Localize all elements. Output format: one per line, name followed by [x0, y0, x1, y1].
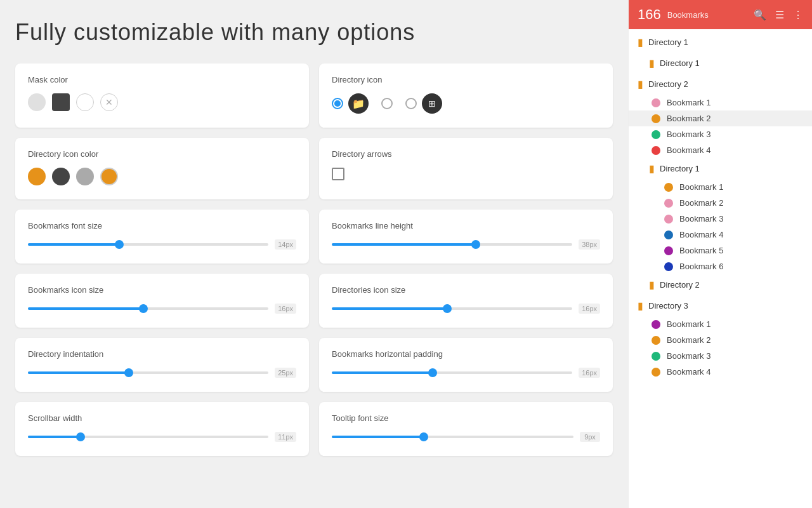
- list-item[interactable]: Bookmark 5: [629, 243, 812, 258]
- bookmarks-font-size-track[interactable]: [28, 243, 268, 246]
- icon-option-folder[interactable]: 📁: [332, 93, 369, 114]
- list-item[interactable]: ▮ Directory 2: [629, 274, 812, 295]
- bookmarks-font-size-thumb[interactable]: [115, 240, 124, 249]
- list-item[interactable]: ▮ Directory 1: [629, 53, 812, 74]
- list-item[interactable]: ▮ Directory 1: [629, 158, 812, 179]
- bookmark-label: Bookmark 4: [679, 230, 723, 239]
- dir-label: Directory 2: [660, 280, 700, 290]
- list-item[interactable]: Bookmark 1: [629, 95, 812, 110]
- list-item[interactable]: Bookmark 3: [629, 348, 812, 364]
- dir-label: Directory 1: [660, 164, 700, 173]
- list-item[interactable]: Bookmark 1: [629, 179, 812, 195]
- scrollbar-width-fill: [28, 436, 81, 438]
- list-item[interactable]: Bookmark 4: [629, 142, 812, 158]
- list-item[interactable]: Bookmark 4: [629, 227, 812, 243]
- folder-icon: 📁: [348, 93, 369, 114]
- bookmark-dot: [652, 98, 660, 107]
- bookmarks-line-height-track[interactable]: [332, 243, 572, 246]
- directory-indentation-title: Directory indentation: [28, 349, 296, 359]
- radio-grid[interactable]: [405, 98, 417, 109]
- dot-dark[interactable]: [52, 168, 70, 185]
- bookmarks-h-padding-thumb[interactable]: [428, 368, 437, 377]
- swatch-light[interactable]: [28, 93, 46, 111]
- dot-orange2[interactable]: [100, 168, 118, 185]
- bookmark-label: Bookmark 1: [679, 182, 723, 192]
- directory-indentation-track[interactable]: [28, 371, 268, 374]
- directory-indentation-thumb[interactable]: [124, 368, 133, 377]
- bookmark-dot: [652, 368, 660, 377]
- bookmark-dot: [652, 320, 660, 329]
- directory-indentation-fill: [28, 371, 129, 374]
- tooltip-font-size-track[interactable]: [332, 436, 573, 438]
- icon-option-empty[interactable]: [381, 98, 393, 109]
- folder-icon: ▮: [649, 57, 655, 69]
- bookmarks-icon-size-fill: [28, 307, 143, 310]
- list-item[interactable]: ▮ Directory 2: [629, 74, 812, 95]
- bookmark-dot: [652, 336, 660, 345]
- tooltip-font-size-fill: [332, 436, 424, 438]
- swatch-white[interactable]: [76, 93, 94, 111]
- scrollbar-width-track[interactable]: [28, 436, 268, 438]
- list-item[interactable]: ▮ Directory 1: [629, 32, 812, 53]
- more-icon[interactable]: ⋮: [793, 9, 803, 21]
- directory-arrows-checkbox[interactable]: [332, 168, 344, 180]
- swatch-cross[interactable]: ✕: [100, 93, 118, 111]
- bookmark-label: Bookmark 3: [667, 130, 710, 139]
- bookmark-list: ▮ Directory 1 ▮ Directory 1 ▮ Directory …: [629, 29, 812, 508]
- list-item[interactable]: Bookmark 2: [629, 332, 812, 348]
- header-icons: 🔍 ☰ ⋮: [754, 9, 803, 21]
- bookmarks-icon-size-title: Bookmarks icon size: [28, 285, 296, 295]
- swatch-dark[interactable]: [52, 93, 70, 111]
- bookmarks-icon-size-thumb[interactable]: [139, 304, 148, 313]
- bookmarks-icon-size-value: 16px: [275, 304, 296, 314]
- bookmark-label: Bookmark 5: [679, 246, 723, 255]
- list-item[interactable]: Bookmark 3: [629, 126, 812, 142]
- radio-folder[interactable]: [332, 98, 343, 109]
- directories-icon-size-thumb[interactable]: [443, 304, 452, 313]
- dot-gray[interactable]: [76, 168, 94, 185]
- bookmark-dot: [652, 130, 660, 139]
- bookmarks-h-padding-track[interactable]: [332, 371, 572, 374]
- mask-color-title: Mask color: [28, 75, 296, 84]
- bookmark-count: 166: [638, 6, 661, 23]
- dir-label: Directory 1: [660, 58, 700, 68]
- bookmark-label: Bookmark 2: [679, 198, 723, 208]
- list-item[interactable]: Bookmark 2: [629, 195, 812, 211]
- search-icon[interactable]: 🔍: [754, 9, 766, 21]
- page-title: Fully customizable with many options: [15, 19, 613, 46]
- list-item[interactable]: Bookmark 3: [629, 211, 812, 227]
- bookmarks-line-height-fill: [332, 243, 476, 246]
- directories-icon-size-value: 16px: [579, 304, 600, 314]
- tooltip-font-size-thumb[interactable]: [419, 432, 428, 441]
- list-item[interactable]: Bookmark 1: [629, 316, 812, 332]
- dir-label: Directory 1: [648, 37, 688, 47]
- directories-icon-size-track[interactable]: [332, 307, 572, 310]
- bookmarks-icon-size-track[interactable]: [28, 307, 268, 310]
- bookmark-label: Bookmarks: [667, 10, 747, 20]
- bookmarks-icon-size-card: Bookmarks icon size 16px: [15, 274, 309, 328]
- color-dots: [28, 168, 296, 185]
- dot-orange[interactable]: [28, 168, 46, 185]
- filter-icon[interactable]: ☰: [775, 9, 784, 21]
- bookmark-dot: [664, 246, 673, 255]
- directory-indentation-slider-row: 25px: [28, 368, 296, 378]
- directories-icon-size-fill: [332, 307, 447, 310]
- bookmark-label: Bookmark 2: [667, 114, 710, 123]
- radio-empty[interactable]: [381, 98, 393, 109]
- tooltip-font-size-card: Tooltip font size 9px: [319, 402, 613, 456]
- scrollbar-width-slider-row: 11px: [28, 432, 296, 442]
- tooltip-font-size-slider-row: 9px: [332, 432, 600, 442]
- scrollbar-width-thumb[interactable]: [76, 432, 85, 441]
- directories-icon-size-slider-row: 16px: [332, 304, 600, 314]
- icon-option-grid[interactable]: ⊞: [405, 93, 442, 114]
- list-item[interactable]: ▮ Directory 3: [629, 295, 812, 316]
- right-panel: 166 Bookmarks 🔍 ☰ ⋮ ▮ Directory 1 ▮ Dire…: [628, 0, 812, 508]
- bookmark-label: Bookmark 3: [679, 214, 723, 224]
- list-item[interactable]: Bookmark 4: [629, 364, 812, 380]
- list-item[interactable]: Bookmark 6: [629, 258, 812, 274]
- bookmarks-line-height-value: 38px: [579, 239, 600, 250]
- list-item[interactable]: Bookmark 2: [629, 110, 812, 126]
- directory-icon-color-title: Directory icon color: [28, 149, 296, 159]
- bookmarks-line-height-thumb[interactable]: [471, 240, 480, 249]
- directories-icon-size-card: Directories icon size 16px: [319, 274, 613, 328]
